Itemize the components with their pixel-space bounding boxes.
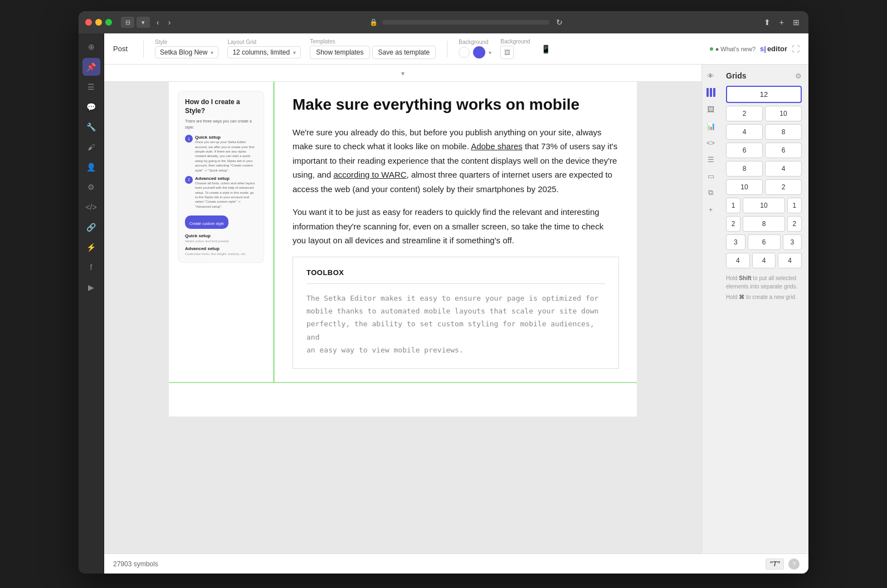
sidebar-item-settings[interactable]: ⚙: [82, 178, 100, 196]
grid-item-4a[interactable]: 4: [726, 124, 763, 140]
grid-item-2b[interactable]: 2: [765, 179, 802, 195]
bg-white-button[interactable]: [459, 47, 470, 58]
preview-create-btn[interactable]: Create custom style: [185, 215, 228, 229]
article-para-2: You want it to be just as easy for reade…: [293, 205, 619, 248]
grid-item-4b[interactable]: 4: [765, 161, 802, 177]
sidebar-item-users[interactable]: 👤: [82, 158, 100, 176]
sidebar-item-play[interactable]: ▶: [82, 278, 100, 296]
grid-item-1a[interactable]: 1: [726, 198, 740, 213]
preview-advanced-text: Customize fonts, line-height, buttons, e…: [185, 252, 257, 256]
grid-item-2c[interactable]: 2: [726, 216, 740, 232]
maximize-button[interactable]: [105, 19, 112, 26]
close-button[interactable]: [85, 19, 92, 26]
symbol-count: 27903 symbols: [113, 560, 158, 568]
grid-item-10b[interactable]: 10: [726, 179, 763, 195]
grid-item-10[interactable]: 10: [765, 106, 802, 121]
rp-icon-stack[interactable]: ⧉: [704, 186, 718, 199]
grid-item-6c[interactable]: 6: [748, 234, 781, 250]
templates-label: Templates: [310, 38, 436, 45]
grid-item-3a[interactable]: 3: [726, 234, 745, 250]
preview-card-intro: There are three ways you can create a st…: [185, 119, 257, 130]
sidebar-item-comments[interactable]: 💬: [82, 98, 100, 116]
rp-icon-list[interactable]: ☰: [704, 153, 718, 166]
help-button[interactable]: ?: [788, 558, 800, 570]
sidebar-item-extensions[interactable]: ⊕: [82, 38, 100, 56]
grid-item-10c[interactable]: 10: [743, 198, 784, 213]
rp-icon-chart[interactable]: 📊: [704, 119, 718, 133]
grid-item-6a[interactable]: 6: [726, 143, 763, 158]
nav-forward-button[interactable]: ›: [166, 17, 173, 28]
rp-icon-plus[interactable]: +: [704, 203, 718, 216]
adobe-link[interactable]: Adobe shares: [471, 141, 523, 151]
rp-icon-grid[interactable]: [704, 86, 718, 99]
grid-item-8c[interactable]: 8: [743, 216, 784, 232]
sidebar-item-code[interactable]: </>: [82, 198, 100, 216]
bottom-right: "T" ?: [766, 558, 800, 570]
topbar: Post Style Setka Blog New ▾ Layout Grid …: [104, 33, 808, 65]
sidebar-item-link[interactable]: 🔗: [82, 218, 100, 236]
sidebar-item-design[interactable]: 🖌: [82, 138, 100, 156]
sidebar-item-lightning[interactable]: ⚡: [82, 238, 100, 256]
rp-icon-eye[interactable]: 👁: [704, 69, 718, 82]
save-template-button[interactable]: Save as template: [372, 46, 436, 59]
grid-item-8a[interactable]: 8: [765, 124, 802, 140]
whats-new-dot: [710, 47, 713, 51]
grid-item-2[interactable]: 2: [726, 106, 763, 121]
editor-canvas[interactable]: ▾ How do I create a Style? There are thr…: [104, 65, 701, 553]
preview-step-1: 1 Quick setup Once you set up your Setka…: [185, 135, 257, 173]
grid-item-6b[interactable]: 6: [765, 143, 802, 158]
bg-image-button[interactable]: 🖼: [500, 46, 514, 59]
layout-grid-value: 12 columns, limited: [232, 48, 290, 56]
sidebar-toggle-arrow[interactable]: ▾: [137, 17, 150, 28]
grid-item-2d[interactable]: 2: [787, 216, 802, 232]
grids-settings-icon[interactable]: ⚙: [795, 72, 802, 80]
grid-item-4e[interactable]: 4: [778, 253, 802, 268]
content-row: How do I create a Style? There are three…: [169, 82, 637, 383]
bg-arrow-icon[interactable]: ▾: [489, 50, 491, 56]
bg-blue-button[interactable]: [473, 46, 485, 58]
mobile-preview-button[interactable]: 📱: [539, 42, 553, 56]
typography-button[interactable]: "T": [766, 558, 784, 570]
sidebar-item-tools[interactable]: 🔧: [82, 118, 100, 136]
toolbox-section: TOOLBOX The Setka Editor makes it easy t…: [293, 257, 619, 369]
toolbox-text: The Setka Editor makes it easy to ensure…: [306, 292, 605, 357]
grid-item-3b[interactable]: 3: [783, 234, 802, 250]
address-bar[interactable]: [382, 20, 549, 24]
rp-icon-code[interactable]: <>: [704, 136, 718, 149]
grid-10-label: 10: [779, 110, 787, 117]
canvas-content: How do I create a Style? There are three…: [169, 82, 637, 416]
sidebar-item-editor[interactable]: 📌: [82, 58, 100, 76]
minimize-button[interactable]: [95, 19, 102, 26]
share-button[interactable]: ⬆: [762, 17, 773, 28]
titlebar-right: ⬆ + ⊞: [762, 17, 802, 28]
whats-new[interactable]: ● What's new?: [710, 46, 756, 52]
layout-grid-select[interactable]: 12 columns, limited ▾: [227, 46, 301, 58]
shield-icon: 🔒: [369, 18, 378, 26]
reload-button[interactable]: ↻: [554, 17, 565, 28]
svg-rect-1: [710, 88, 712, 97]
show-templates-button[interactable]: Show templates: [310, 46, 369, 59]
grid-item-4d[interactable]: 4: [752, 253, 776, 268]
sidebar-item-facebook[interactable]: f: [82, 258, 100, 276]
grid-view-button[interactable]: ⊞: [791, 17, 802, 28]
new-tab-button[interactable]: +: [777, 17, 786, 28]
grid-12-item[interactable]: 12: [726, 86, 802, 103]
style-arrow-icon: ▾: [211, 50, 213, 56]
grid-item-8b[interactable]: 8: [726, 161, 763, 177]
grid-item-1b[interactable]: 1: [787, 198, 802, 213]
style-select[interactable]: Setka Blog New ▾: [155, 46, 218, 58]
preview-create-btn-label: Create custom style: [189, 222, 224, 226]
rp-icon-image[interactable]: 🖼: [704, 102, 718, 116]
grid-item-4c[interactable]: 4: [726, 253, 750, 268]
preview-quick-title: Quick setup: [185, 233, 257, 238]
sidebar-toggle-button[interactable]: ⊟: [121, 17, 134, 28]
editor-logo-s: s|: [760, 45, 766, 53]
collapse-up-icon[interactable]: ▾: [401, 70, 404, 77]
sidebar-item-layers[interactable]: ☰: [82, 78, 100, 96]
expand-button[interactable]: ⛶: [792, 45, 800, 53]
rp-icon-device[interactable]: ▭: [704, 169, 718, 183]
svg-rect-0: [706, 88, 709, 97]
svg-rect-2: [713, 88, 715, 97]
nav-back-button[interactable]: ‹: [154, 17, 162, 28]
warc-link[interactable]: according to WARC: [333, 170, 406, 179]
